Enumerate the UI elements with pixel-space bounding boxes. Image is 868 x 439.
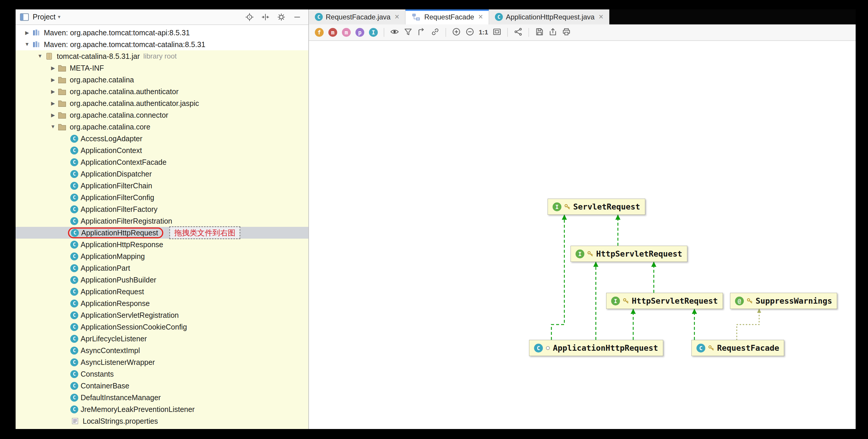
tree-item[interactable]: ▶org.apache.catalina.authenticator: [16, 86, 308, 97]
diagram-node[interactable]: IServletRequest: [548, 198, 645, 215]
fit-button[interactable]: [491, 27, 502, 38]
editor-tab[interactable]: CApplicationHttpRequest.java×: [489, 9, 609, 24]
diagram-node[interactable]: CRequestFacade: [691, 340, 784, 356]
hide-icon[interactable]: [292, 12, 302, 22]
show-fields-button[interactable]: f: [314, 27, 325, 38]
chevron-collapsed-icon[interactable]: ▶: [49, 89, 57, 95]
zoom-out-button[interactable]: [464, 27, 475, 38]
tree-item[interactable]: CApplicationContextFacade: [16, 156, 308, 168]
class-icon: C: [70, 382, 78, 390]
export-button[interactable]: [547, 27, 558, 38]
tool-window-icon[interactable]: [20, 12, 29, 22]
locate-icon[interactable]: [245, 12, 254, 22]
chevron-expanded-icon[interactable]: ▼: [23, 41, 31, 48]
chevron-collapsed-icon[interactable]: ▶: [49, 100, 57, 106]
tree-item[interactable]: CApplicationPart: [16, 262, 308, 274]
inheritance-edge[interactable]: [551, 215, 564, 340]
zoom-in-button[interactable]: [451, 27, 462, 38]
class-icon: C: [70, 241, 78, 249]
tree-item-label: JreMemoryLeakPreventionListener: [81, 405, 195, 414]
print-button[interactable]: [561, 27, 572, 38]
tree-item-label: org.apache.catalina.authenticator: [70, 87, 179, 96]
tree-item-label: AsyncListenerWrapper: [81, 358, 155, 367]
diagram-node[interactable]: IHttpServletRequest: [570, 246, 687, 262]
connector-button[interactable]: [416, 27, 427, 38]
tree-item[interactable]: ▼tomcat-catalina-8.5.31.jarlibrary root: [16, 50, 308, 62]
settings-icon[interactable]: [277, 12, 286, 22]
tree-item[interactable]: CDefaultInstanceManager: [16, 391, 308, 403]
chevron-collapsed-icon[interactable]: ▶: [49, 65, 57, 71]
tree-item-label: ApplicationHttpResponse: [81, 241, 163, 249]
save-button[interactable]: [534, 27, 545, 38]
chevron-expanded-icon[interactable]: ▼: [49, 124, 57, 130]
tree-item[interactable]: ▶org.apache.catalina: [16, 74, 308, 86]
chevron-collapsed-icon[interactable]: ▶: [23, 30, 31, 36]
tree-item[interactable]: CConstants: [16, 368, 308, 380]
annotation-edge[interactable]: [737, 309, 759, 340]
diagram-icon: [411, 12, 421, 22]
tree-item[interactable]: ▶org.apache.catalina.connector: [16, 109, 308, 121]
tree-item[interactable]: CAsyncContextImpl: [16, 345, 308, 356]
close-icon[interactable]: ×: [478, 13, 483, 21]
tree-item[interactable]: CApplicationHttpResponse: [16, 239, 308, 250]
tree-item[interactable]: CApplicationHttpRequest拖拽类文件到右图: [16, 227, 308, 239]
diagram-node[interactable]: IHttpServletRequest: [606, 293, 723, 309]
folder-icon: [57, 122, 67, 131]
diagram-node[interactable]: CApplicationHttpRequest: [529, 340, 663, 356]
tree-item[interactable]: CAprLifecycleListener: [16, 333, 308, 345]
tree-item[interactable]: CApplicationContext: [16, 145, 308, 156]
tree-item[interactable]: CApplicationSessionCookieConfig: [16, 321, 308, 333]
editor-tab[interactable]: CRequestFacade.java×: [309, 9, 405, 24]
collapse-icon[interactable]: [261, 12, 270, 22]
diagram-node[interactable]: @SuppressWarnings: [730, 293, 837, 309]
class-icon: C: [70, 276, 78, 284]
close-icon[interactable]: ×: [395, 13, 399, 21]
chevron-down-icon[interactable]: ▾: [58, 14, 61, 20]
tree-item-label: ContainerBase: [81, 382, 129, 390]
class-icon: C: [70, 182, 78, 190]
tree-item[interactable]: CAsyncListenerWrapper: [16, 356, 308, 368]
chevron-collapsed-icon[interactable]: ▶: [49, 77, 57, 83]
tree-item-label: LocalStrings.properties: [83, 417, 158, 426]
connector-icon: [417, 27, 426, 38]
filter-button[interactable]: [403, 27, 414, 38]
chevron-collapsed-icon[interactable]: ▶: [49, 112, 57, 118]
link-button[interactable]: [430, 27, 441, 38]
tree-item[interactable]: CApplicationDispatcher: [16, 168, 308, 180]
diagram-canvas[interactable]: IServletRequestIHttpServletRequestIHttpS…: [309, 41, 856, 429]
save-icon: [535, 27, 544, 38]
show-properties-button[interactable]: p: [354, 27, 366, 38]
tree-item[interactable]: ▼Maven: org.apache.tomcat:tomcat-catalin…: [16, 38, 308, 50]
tree-item[interactable]: CApplicationMapping: [16, 250, 308, 262]
chevron-expanded-icon[interactable]: ▼: [36, 53, 44, 59]
tree-item-label: ApplicationContextFacade: [81, 158, 166, 166]
tree-item[interactable]: CApplicationRequest: [16, 286, 308, 297]
editor-tab[interactable]: RequestFacade×: [405, 9, 489, 24]
tree-item[interactable]: ▶Maven: org.apache.tomcat:tomcat-api:8.5…: [16, 27, 308, 38]
show-inner-classes-button[interactable]: I: [368, 27, 379, 38]
tree-item[interactable]: CApplicationFilterFactory: [16, 203, 308, 215]
share-button[interactable]: [513, 27, 524, 38]
actual-size-button[interactable]: 1:1: [478, 27, 489, 38]
tree-item[interactable]: CApplicationFilterRegistration: [16, 215, 308, 227]
panel-title[interactable]: Project: [33, 13, 56, 21]
eye-button[interactable]: [389, 27, 400, 38]
interface-icon: I: [611, 296, 620, 306]
tree-item[interactable]: ▶org.apache.catalina.authenticator.jaspi…: [16, 97, 308, 109]
close-icon[interactable]: ×: [599, 13, 603, 21]
tree-item[interactable]: LocalStrings.properties: [16, 415, 308, 427]
tree-item[interactable]: CApplicationFilterConfig: [16, 192, 308, 203]
tree-item[interactable]: ▼org.apache.catalina.core: [16, 121, 308, 133]
tree-item[interactable]: CApplicationPushBuilder: [16, 274, 308, 286]
show-constructors-button[interactable]: m: [327, 27, 338, 38]
tree-item-label: ApplicationFilterFactory: [81, 205, 157, 214]
tree-item[interactable]: CApplicationFilterChain: [16, 180, 308, 192]
tree-item[interactable]: ▶META-INF: [16, 62, 308, 74]
tree-item[interactable]: CContainerBase: [16, 380, 308, 391]
tree-item[interactable]: CAccessLogAdapter: [16, 133, 308, 145]
tree-item[interactable]: CJreMemoryLeakPreventionListener: [16, 403, 308, 415]
class-icon: C: [70, 217, 78, 225]
tree-item[interactable]: CApplicationServletRegistration: [16, 309, 308, 321]
show-methods-button[interactable]: m: [341, 27, 352, 38]
tree-item[interactable]: CApplicationResponse: [16, 297, 308, 309]
